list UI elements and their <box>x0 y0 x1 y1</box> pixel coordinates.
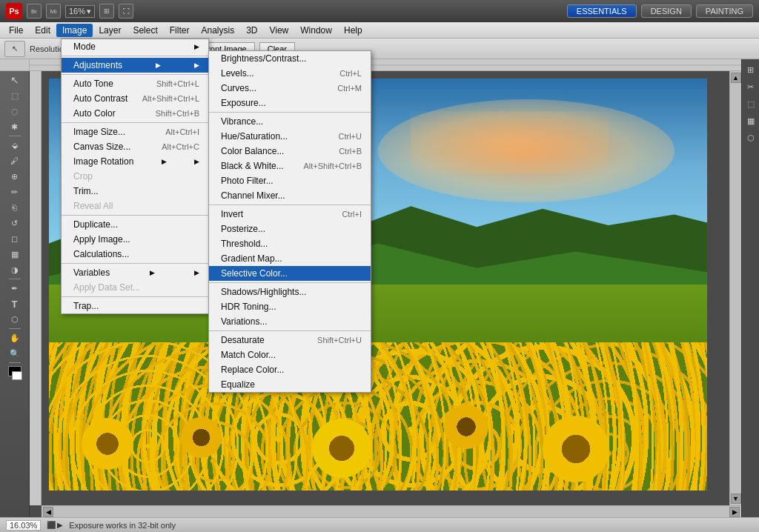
painting-btn[interactable]: PAINTING <box>696 4 753 18</box>
hand-tool[interactable]: ✋ <box>7 330 22 345</box>
menu-auto-tone[interactable]: Auto Tone Shift+Ctrl+L <box>62 76 208 91</box>
menu-window[interactable]: Window <box>294 24 338 37</box>
adj-levels[interactable]: Levels... Ctrl+L <box>209 66 371 81</box>
br-badge[interactable]: Br <box>27 4 42 19</box>
background-color[interactable] <box>12 371 22 380</box>
adj-color-balance[interactable]: Color Balance... Ctrl+B <box>209 144 371 159</box>
crop-tool[interactable]: ⬙ <box>7 138 22 153</box>
menu-trim[interactable]: Trim... <box>62 184 208 199</box>
panel-btn-5[interactable]: ⬡ <box>743 130 758 145</box>
menu-auto-contrast[interactable]: Auto Contrast Alt+Shift+Ctrl+L <box>62 91 208 106</box>
eraser-tool[interactable]: ◻ <box>7 231 22 246</box>
status-indicator: ⬛ ▶ <box>47 521 63 529</box>
menu-variables[interactable]: Variables ▶ <box>62 265 208 280</box>
panel-btn-3[interactable]: ⬚ <box>743 96 758 111</box>
menu-duplicate[interactable]: Duplicate... <box>62 217 208 232</box>
path-tool[interactable]: ⬡ <box>7 312 22 327</box>
status-icon: ⬛ <box>47 521 56 529</box>
adj-desaturate[interactable]: Desaturate Shift+Ctrl+U <box>209 333 371 348</box>
adj-black-white[interactable]: Black & White... Alt+Shift+Ctrl+B <box>209 159 371 173</box>
status-message: Exposure works in 32-bit only <box>69 521 176 530</box>
menu-mode[interactable]: Mode <box>62 39 208 54</box>
marquee-tool[interactable]: ⬚ <box>7 88 22 103</box>
adjustments-submenu: Brightness/Contrast... Levels... Ctrl+L … <box>208 50 371 393</box>
menu-apply-image[interactable]: Apply Image... <box>62 232 208 247</box>
adj-equalize[interactable]: Equalize <box>209 377 371 392</box>
menu-3d[interactable]: 3D <box>240 24 263 37</box>
variables-arrow-icon: ▶ <box>150 269 155 276</box>
zoom-display: 16.03% <box>6 520 41 531</box>
menu-apply-data-set[interactable]: Apply Data Set... <box>62 280 208 295</box>
adj-match-color[interactable]: Match Color... <box>209 348 371 362</box>
brush-tool[interactable]: ✏ <box>7 184 22 199</box>
menu-canvas-size[interactable]: Canvas Size... Alt+Ctrl+C <box>62 139 208 154</box>
adj-gradient-map[interactable]: Gradient Map... <box>209 251 371 266</box>
menu-select[interactable]: Select <box>127 24 163 37</box>
menu-auto-color[interactable]: Auto Color Shift+Ctrl+B <box>62 106 208 121</box>
lasso-tool[interactable]: ◌ <box>7 104 22 119</box>
quick-select-tool[interactable]: ✱ <box>7 119 22 134</box>
zoom-tool[interactable]: 🔍 <box>7 346 22 361</box>
menu-file[interactable]: File <box>3 24 29 37</box>
type-tool[interactable]: T <box>7 296 22 311</box>
adj-variations[interactable]: Variations... <box>209 314 371 329</box>
clone-tool[interactable]: ⎗ <box>7 200 22 215</box>
history-tool[interactable]: ↺ <box>7 216 22 230</box>
adj-shadows-highlights[interactable]: Shadows/Highlights... <box>209 285 371 299</box>
menu-analysis[interactable]: Analysis <box>195 24 240 37</box>
left-toolbar: ↖ ⬚ ◌ ✱ ⬙ 🖋 ⊕ ✏ ⎗ ↺ ◻ ▦ ◑ ✒ T ⬡ ✋ 🔍 <box>0 71 30 517</box>
menu-edit[interactable]: Edit <box>29 24 56 37</box>
heal-tool[interactable]: ⊕ <box>7 169 22 184</box>
title-bar: Ps Br Mi 16% ▾ ⊞ ⛶ ESSENTIALS DESIGN PAI… <box>0 0 759 22</box>
menu-help[interactable]: Help <box>338 24 368 37</box>
menu-calculations[interactable]: Calculations... <box>62 247 208 262</box>
panel-btn-4[interactable]: ▦ <box>743 113 758 128</box>
scrollbar-bottom[interactable]: ◀ ▶ <box>42 505 741 517</box>
status-bar: 16.03% ⬛ ▶ Exposure works in 32-bit only <box>0 517 759 532</box>
panel-btn-1[interactable]: ⊞ <box>743 62 758 77</box>
design-btn[interactable]: DESIGN <box>641 4 692 18</box>
zoom-arrow-icon: ▾ <box>87 7 91 16</box>
select-arrow-icon: ↖ <box>12 44 18 53</box>
adj-curves[interactable]: Curves... Ctrl+M <box>209 81 371 96</box>
adj-hdr-toning[interactable]: HDR Toning... <box>209 299 371 314</box>
menu-filter[interactable]: Filter <box>164 24 196 37</box>
menu-image[interactable]: Image <box>56 24 93 37</box>
menubar-area: File Edit Image Layer Select Filter Anal… <box>0 22 759 39</box>
menu-reveal-all: Reveal All <box>62 199 208 213</box>
adj-hue-saturation[interactable]: Hue/Saturation... Ctrl+U <box>209 129 371 144</box>
arrange-icon[interactable]: ⊞ <box>99 4 114 19</box>
scrollbar-right[interactable]: ▲ ▼ <box>729 71 741 505</box>
essentials-btn[interactable]: ESSENTIALS <box>567 4 637 18</box>
move-tool[interactable]: ↖ <box>7 73 22 87</box>
menu-view[interactable]: View <box>263 24 294 37</box>
adj-photo-filter[interactable]: Photo Filter... <box>209 173 371 188</box>
tool-select-btn[interactable]: ↖ <box>4 41 25 57</box>
menu-trap[interactable]: Trap... <box>62 299 208 313</box>
adj-selective-color[interactable]: Selective Color... <box>209 266 371 281</box>
adj-brightness-contrast[interactable]: Brightness/Contrast... <box>209 51 371 66</box>
gradient-tool[interactable]: ▦ <box>7 247 22 262</box>
dodge-tool[interactable]: ◑ <box>7 262 22 277</box>
adj-channel-mixer[interactable]: Channel Mixer... <box>209 188 371 203</box>
adj-invert[interactable]: Invert Ctrl+I <box>209 207 371 222</box>
mini-badge[interactable]: Mi <box>46 4 61 19</box>
zoom-control[interactable]: 16% ▾ <box>65 5 95 18</box>
menu-image-rotation[interactable]: Image Rotation ▶ <box>62 154 208 169</box>
menu-adjustments[interactable]: Adjustments ▶ <box>62 58 208 73</box>
adj-vibrance[interactable]: Vibrance... <box>209 114 371 129</box>
pen-tool[interactable]: ✒ <box>7 281 22 296</box>
screen-icon[interactable]: ⛶ <box>119 4 133 19</box>
adj-exposure[interactable]: Exposure... <box>209 96 371 110</box>
adj-posterize[interactable]: Posterize... <box>209 222 371 236</box>
adj-threshold[interactable]: Threshold... <box>209 236 371 251</box>
panel-btn-2[interactable]: ✂ <box>743 79 758 94</box>
eyedropper-tool[interactable]: 🖋 <box>7 153 22 168</box>
menu-image-size[interactable]: Image Size... Alt+Ctrl+I <box>62 124 208 139</box>
ps-icon: Ps <box>6 3 22 19</box>
menu-layer[interactable]: Layer <box>93 24 127 37</box>
ruler-left <box>30 71 42 505</box>
rotation-arrow-icon: ▶ <box>162 158 167 165</box>
adj-replace-color[interactable]: Replace Color... <box>209 362 371 377</box>
menu-crop[interactable]: Crop <box>62 169 208 184</box>
